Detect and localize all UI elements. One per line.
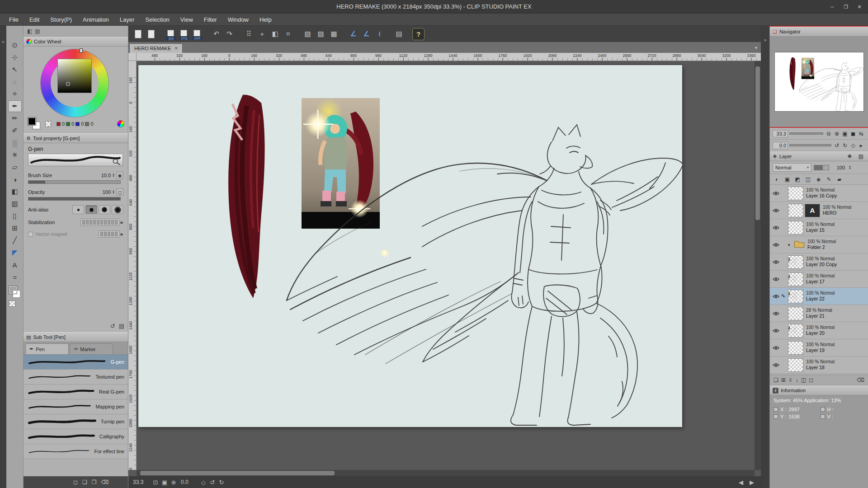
layer-visibility-eye-icon[interactable]	[772, 208, 780, 213]
subtool-item-turnip-pen[interactable]: Turnip pen	[24, 414, 128, 429]
subtool-item-mapping-pen[interactable]: Mapping pen	[24, 399, 128, 414]
brush-size-value[interactable]: 10.0	[94, 173, 111, 178]
layer-thumbnail[interactable]	[788, 324, 803, 338]
navigator-header[interactable]: ❏ Navigator	[770, 27, 868, 37]
subtool-tab-pen[interactable]: ✒Pen	[25, 343, 69, 354]
decoration-tool[interactable]: ✳	[8, 149, 22, 161]
color-wheel-header[interactable]: Color Wheel	[24, 37, 128, 47]
rotate-ccw-icon[interactable]: ↺	[833, 141, 841, 150]
collapse-left-icon[interactable]: «	[2, 39, 5, 44]
select-area-icon[interactable]: ⠿	[243, 28, 255, 40]
subtool-item-real-g-pen[interactable]: Real G-pen	[24, 385, 128, 399]
reset-view-icon[interactable]: ▸	[857, 141, 865, 150]
y-checkbox[interactable]	[774, 414, 778, 419]
layer-row-layer-17[interactable]: 100 % NormalLayer 17	[770, 271, 868, 288]
drawing-canvas[interactable]	[138, 65, 682, 427]
navigator-thumbnail[interactable]	[775, 52, 863, 111]
tab-overflow-icon[interactable]: ▾	[751, 42, 761, 53]
anti-alias-none-button[interactable]	[72, 205, 84, 214]
brush-tool[interactable]: ✐	[8, 125, 22, 136]
zoom-slider-icon[interactable]: ⊕	[169, 479, 178, 486]
opacity-slider[interactable]	[28, 197, 121, 201]
layer-row-folder-2[interactable]: ▾ 100 % NormalFolder 2	[770, 236, 868, 253]
layer-thumbnail[interactable]	[788, 204, 803, 217]
canvas-viewport[interactable]	[137, 61, 755, 470]
new-folder-icon[interactable]: ⊞	[781, 377, 786, 383]
x-checkbox[interactable]	[774, 407, 778, 412]
layer-visibility-eye-icon[interactable]	[772, 311, 780, 316]
draft-layer-icon[interactable]: ✎	[825, 175, 833, 183]
vector-magnet-checkbox[interactable]	[28, 232, 33, 237]
layer-menu-icon[interactable]: ▤	[857, 152, 865, 161]
layer-row-hero[interactable]: A 100 % NormalHERO	[770, 202, 868, 219]
information-header[interactable]: i Information	[770, 385, 868, 395]
document-tab[interactable]: HERO REMAKE ×	[129, 43, 183, 53]
rotate-reset-icon[interactable]: ◇	[199, 479, 208, 486]
stabilization-segments[interactable]	[80, 219, 119, 226]
rotate-cw-icon[interactable]: ↻	[841, 141, 849, 150]
vector-magnet-expand-icon[interactable]: ▶	[121, 232, 123, 236]
blend-mode-select[interactable]: Normal ▾	[773, 163, 811, 172]
saturation-value-box[interactable]	[58, 59, 91, 93]
subtool-item-g-pen[interactable]: G-pen	[24, 355, 128, 370]
flip-horizontal-icon[interactable]: ⇆	[857, 130, 865, 138]
export-psd-icon[interactable]: psd	[191, 28, 203, 40]
new-file-icon[interactable]	[132, 28, 144, 40]
rotate-cw-icon[interactable]: ↻	[217, 479, 226, 486]
text-tool[interactable]: A	[8, 259, 22, 271]
menu-item-animation[interactable]: Animation	[77, 14, 114, 25]
lock-transparent-icon[interactable]: ◩	[793, 175, 802, 183]
zoom-out-icon[interactable]: ⊖	[825, 130, 833, 138]
anti-alias-middle-button[interactable]	[99, 205, 110, 214]
layer-opacity-gauge[interactable]	[814, 165, 829, 170]
pencil-tool[interactable]: ✏	[8, 113, 22, 124]
blend-effect-icon[interactable]: ◐	[773, 175, 781, 183]
layer-opacity-stepper[interactable]: ▲▼	[849, 165, 851, 170]
opacity-stepper[interactable]: ▲▼	[112, 190, 115, 194]
material-palette-icon[interactable]: ▤	[393, 28, 405, 40]
color-mode-icon[interactable]	[117, 120, 124, 127]
layer-thumbnail[interactable]	[788, 290, 803, 303]
zoom-in-icon[interactable]: ⊕	[833, 130, 841, 138]
help-icon[interactable]: ?	[412, 28, 425, 40]
snap-off-icon[interactable]: ▧	[302, 28, 314, 40]
clip-at-layer-icon[interactable]: ◫	[804, 175, 812, 183]
fill-tool[interactable]: ◧	[8, 186, 22, 197]
brush-size-slider[interactable]	[28, 180, 121, 184]
subtool-item-textured-pen[interactable]: Textured pen	[24, 370, 128, 385]
menu-item-view[interactable]: View	[175, 14, 198, 25]
folder-expand-icon[interactable]: ▾	[788, 243, 793, 247]
layer-opacity-value[interactable]: 100	[831, 165, 845, 170]
blend-tool[interactable]: ◑	[8, 174, 22, 185]
export-png-icon[interactable]: png	[178, 28, 190, 40]
navigator-zoom-value[interactable]: 33.3	[773, 130, 788, 137]
sub-tool-header[interactable]: ▤ Sub Tool [Pen]	[24, 332, 128, 342]
layer-thumbnail[interactable]	[788, 358, 803, 372]
h-checkbox[interactable]	[821, 407, 825, 412]
actual-size-icon[interactable]: ▣	[160, 479, 169, 486]
opacity-value[interactable]: 100	[94, 189, 111, 195]
correct-line-tool[interactable]: ≈	[8, 271, 22, 283]
layer-row-layer-16-copy[interactable]: 100 % NormalLayer 16 Copy	[770, 185, 868, 202]
dock-tab-icon-1[interactable]: ◧	[27, 28, 32, 34]
export-jpg-icon[interactable]: jpg	[165, 28, 177, 40]
brush-size-stepper[interactable]: ▲▼	[112, 173, 115, 178]
layer-thumbnail[interactable]	[788, 307, 803, 320]
statusbar-rotation-value[interactable]: 0.0	[181, 479, 196, 485]
layer-visibility-eye-icon[interactable]	[772, 191, 780, 196]
merge-down-icon[interactable]: ↓	[796, 377, 798, 383]
anti-alias-weak-button[interactable]	[85, 205, 97, 214]
gradient-tool[interactable]: ▥	[8, 198, 22, 210]
layer-thumbnail[interactable]	[788, 272, 803, 286]
redo-icon[interactable]: ↷	[223, 28, 236, 40]
layer-thumbnail[interactable]	[788, 221, 803, 235]
horizontal-scrollbar[interactable]	[137, 470, 755, 476]
layer-thumbnail[interactable]	[788, 255, 803, 269]
move-canvas-tool[interactable]: ⊹	[8, 52, 22, 63]
transfer-to-lower-icon[interactable]: ⇩	[788, 377, 793, 383]
vertical-scrollbar-thumb[interactable]	[755, 66, 760, 220]
eyedropper-tool[interactable]: ✧	[8, 88, 22, 100]
subtool-tab-marker[interactable]: ✑Marker	[70, 343, 113, 354]
layer-visibility-eye-icon[interactable]	[772, 260, 780, 264]
menu-item-storyp[interactable]: Story(P)	[45, 14, 77, 25]
